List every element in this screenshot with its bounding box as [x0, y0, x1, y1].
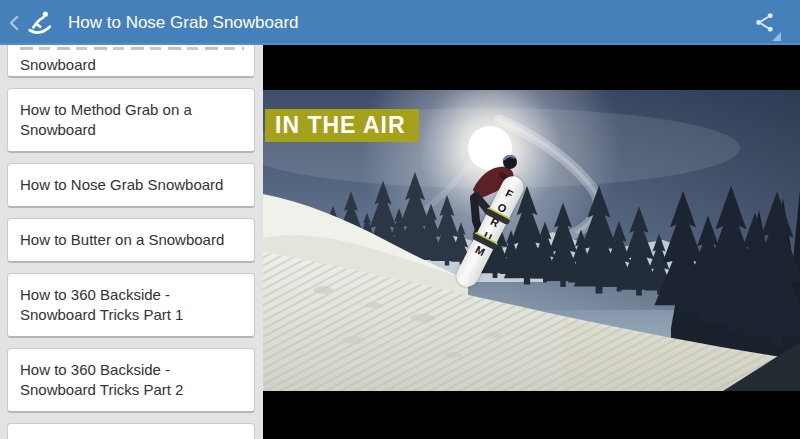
- playlist-item[interactable]: How to 360 Backside - Snowboard Tricks P…: [7, 348, 255, 413]
- playlist-item[interactable]: How to 360 Backside - Snowboard Tricks P…: [7, 273, 255, 338]
- content-area: Snowboard How to Method Grab on a Snowbo…: [0, 45, 800, 439]
- back-chevron-icon[interactable]: [6, 9, 22, 37]
- playlist-item[interactable]: How to Method Grab on a Snowboard: [7, 88, 255, 153]
- share-button[interactable]: [742, 0, 786, 45]
- playlist-item[interactable]: How to Butter on a Snowboard: [7, 218, 255, 263]
- playlist-item[interactable]: How To Backflip on a Snowboard: [7, 423, 255, 439]
- playlist-item-label: How to 360 Backside - Snowboard Tricks P…: [20, 361, 183, 398]
- page-title: How to Nose Grab Snowboard: [68, 13, 299, 33]
- playlist: Snowboard How to Method Grab on a Snowbo…: [0, 45, 263, 439]
- app-screen: How to Nose Grab Snowboard Snowboard How…: [0, 0, 800, 439]
- expand-corner-icon: [772, 32, 781, 41]
- playlist-item[interactable]: How to Nose Grab Snowboard: [7, 163, 255, 208]
- playlist-item-label: How to Butter on a Snowboard: [20, 231, 224, 248]
- video-frame: FORUM IN THE AIR: [263, 90, 800, 391]
- playlist-item-label: How to 360 Backside - Snowboard Tricks P…: [20, 286, 183, 323]
- playlist-item-label: How to Nose Grab Snowboard: [20, 176, 223, 193]
- playlist-item-label: How to Method Grab on a Snowboard: [20, 101, 192, 138]
- playlist-item[interactable]: Snowboard: [7, 45, 255, 78]
- share-icon: [753, 11, 776, 34]
- video-caption-overlay: IN THE AIR: [265, 109, 419, 142]
- snowboarder-app-icon[interactable]: [26, 9, 54, 37]
- action-bar: How to Nose Grab Snowboard: [0, 0, 800, 45]
- video-player[interactable]: FORUM IN THE AIR: [263, 45, 800, 439]
- playlist-item-label: Snowboard: [20, 56, 96, 73]
